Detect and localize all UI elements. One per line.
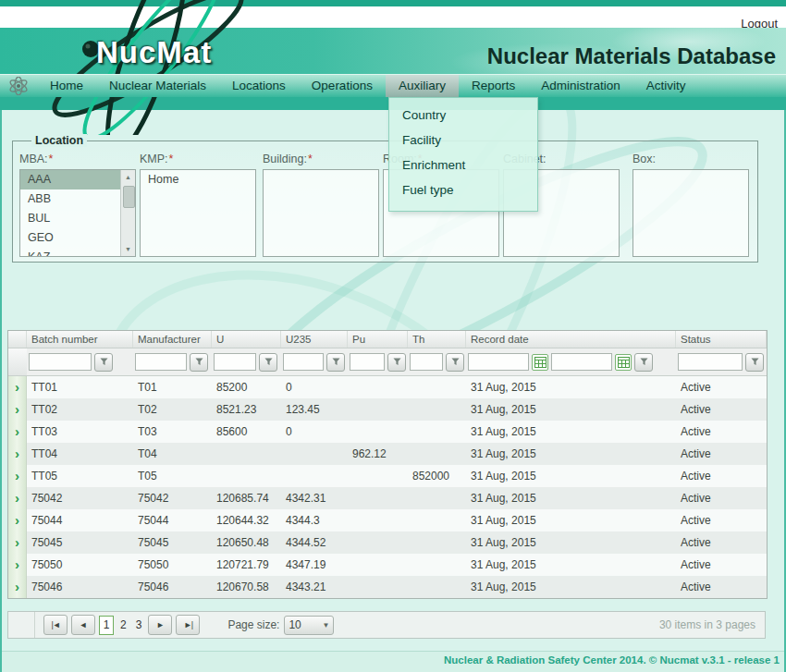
expand-row-icon[interactable] [15, 444, 19, 464]
nav-item-reports[interactable]: Reports [459, 75, 528, 97]
expand-cell[interactable] [8, 487, 27, 509]
filter-input-status[interactable] [678, 353, 743, 371]
table-row[interactable]: 7504675046120670.584343.2131 Aug, 2015Ac… [8, 576, 767, 598]
scrollbar[interactable] [120, 170, 135, 256]
listbox-mba[interactable]: AAAABBBULGEOKAZ [19, 169, 136, 257]
filter-input-pu[interactable] [350, 353, 385, 371]
list-item[interactable]: GEO [20, 228, 135, 248]
cell-manufacturer: T01 [133, 376, 212, 398]
expand-row-icon[interactable] [15, 488, 19, 508]
column-header-u235[interactable]: U235 [281, 331, 348, 348]
nav-item-auxiliary[interactable]: Auxiliary [386, 75, 459, 97]
filter-input-batch-number[interactable] [29, 353, 92, 371]
table-row[interactable]: TT01T0185200031 Aug, 2015Active [8, 376, 767, 398]
list-item[interactable]: Home [141, 170, 255, 189]
table-row[interactable]: 7504575045120650.484344.5231 Aug, 2015Ac… [8, 531, 767, 554]
listbox-kmp[interactable]: Home [140, 169, 256, 257]
nav-item-nuclear-materials[interactable]: Nuclear Materials [96, 75, 219, 97]
cell-th [408, 421, 466, 443]
expand-row-icon[interactable] [15, 555, 19, 575]
column-header-record-date[interactable]: Record date [466, 331, 676, 348]
nav-item-operations[interactable]: Operations [299, 75, 386, 97]
table-row[interactable]: TT05T0585200031 Aug, 2015Active [8, 465, 767, 487]
calendar-button[interactable] [532, 354, 548, 371]
nav-item-locations[interactable]: Locations [219, 75, 299, 97]
cell-batch-number: 75046 [27, 576, 133, 598]
expand-cell[interactable] [8, 421, 27, 443]
pager-prev-button[interactable] [71, 615, 95, 635]
calendar-button[interactable] [615, 354, 632, 371]
nav-item-activity[interactable]: Activity [633, 75, 699, 97]
filter-input-th[interactable] [410, 353, 443, 371]
filter-input-u[interactable] [214, 353, 256, 371]
table-row[interactable]: TT03T0385600031 Aug, 2015Active [8, 421, 767, 443]
expand-cell[interactable] [8, 576, 27, 598]
listbox-building[interactable] [263, 169, 379, 257]
scroll-thumb[interactable] [123, 186, 135, 208]
filter-funnel-button[interactable] [387, 353, 406, 372]
scroll-up-icon[interactable] [121, 170, 135, 184]
expand-cell[interactable] [8, 465, 27, 487]
page-size-select[interactable]: 10 [284, 616, 334, 635]
filter-funnel-button[interactable] [446, 353, 464, 372]
menu-item-fuel-type[interactable]: Fuel type [389, 177, 537, 202]
list-item[interactable]: KAZ [20, 248, 135, 257]
expand-row-icon[interactable] [15, 377, 19, 397]
column-header-manufacturer[interactable]: Manufacturer [133, 331, 212, 348]
menu-item-country[interactable]: Country [389, 103, 537, 128]
column-header-pu[interactable]: Pu [348, 331, 408, 348]
pager-last-button[interactable] [176, 615, 200, 635]
table-row[interactable]: TT02T028521.23123.4531 Aug, 2015Active [8, 398, 767, 421]
expand-row-icon[interactable] [15, 577, 19, 597]
filter-funnel-button[interactable] [259, 353, 277, 372]
filter-input-record-date-to[interactable] [551, 353, 612, 371]
filter-funnel-button[interactable] [94, 353, 113, 372]
expand-row-icon[interactable] [15, 422, 19, 442]
listbox-box[interactable] [632, 169, 749, 257]
expand-row-icon[interactable] [15, 510, 19, 531]
list-item[interactable]: AAA [20, 170, 121, 189]
nav-item-home[interactable]: Home [37, 75, 96, 97]
table-row[interactable]: 7504475044120644.324344.331 Aug, 2015Act… [8, 509, 767, 531]
scroll-down-icon[interactable] [121, 242, 135, 256]
list-item[interactable]: BUL [20, 209, 135, 228]
pager-first-button[interactable] [43, 615, 68, 635]
page-number-link[interactable]: 3 [136, 618, 142, 631]
table-row[interactable]: 7505075050120721.794347.1931 Aug, 2015Ac… [8, 554, 767, 576]
filter-input-record-date-from[interactable] [468, 353, 529, 371]
top-accent-strip [0, 0, 786, 6]
menu-item-enrichment[interactable]: Enrichment [389, 153, 537, 177]
table-row[interactable]: 7504275042120685.744342.3131 Aug, 2015Ac… [8, 487, 767, 509]
cell-u235: 0 [281, 376, 348, 398]
filter-funnel-button[interactable] [745, 353, 764, 372]
expand-row-icon[interactable] [15, 532, 19, 553]
nav-item-administration[interactable]: Administration [528, 75, 633, 97]
cell-pu [348, 509, 408, 531]
page-number-link[interactable]: 2 [120, 618, 127, 631]
expand-cell[interactable] [8, 443, 27, 465]
table-row[interactable]: TT04T04962.1231 Aug, 2015Active [8, 443, 767, 465]
column-header-u[interactable]: U [212, 331, 281, 348]
expand-cell[interactable] [8, 398, 27, 421]
filter-input-u235[interactable] [283, 353, 324, 371]
expand-cell[interactable] [8, 531, 27, 554]
column-header-status[interactable]: Status [676, 331, 767, 348]
column-header-batch-number[interactable]: Batch number [27, 331, 133, 348]
data-grid: Batch numberManufacturerUU235PuThRecord … [7, 330, 768, 599]
filter-funnel-button[interactable] [190, 353, 208, 372]
brand-title[interactable]: NucMat [96, 35, 212, 70]
filter-input-manufacturer[interactable] [135, 353, 187, 371]
menu-item-facility[interactable]: Facility [389, 128, 537, 153]
filter-funnel-button[interactable] [326, 353, 345, 372]
list-item[interactable]: ABB [20, 189, 135, 209]
expand-row-icon[interactable] [15, 466, 19, 486]
filter-funnel-button[interactable] [634, 353, 653, 372]
pager-next-button[interactable] [148, 615, 172, 635]
expand-row-icon[interactable] [15, 399, 19, 420]
column-header-th[interactable]: Th [408, 331, 466, 348]
expand-cell[interactable] [8, 509, 27, 531]
page-number-current[interactable]: 1 [99, 616, 114, 635]
expand-cell[interactable] [8, 554, 27, 576]
expand-cell[interactable] [8, 376, 27, 398]
cell-pu [348, 487, 408, 509]
